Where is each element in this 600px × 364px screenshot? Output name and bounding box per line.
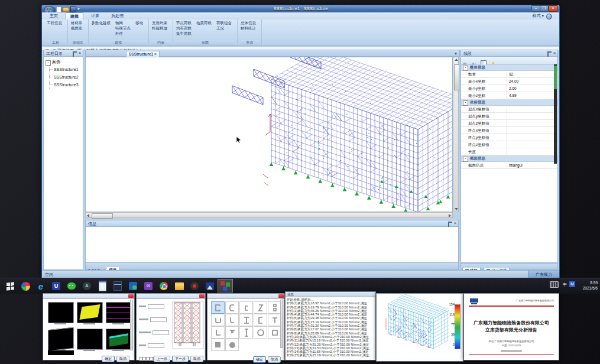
close-button[interactable]: × xyxy=(549,5,557,12)
photos-icon[interactable] xyxy=(202,279,218,293)
z-profile-section[interactable] xyxy=(254,301,267,314)
ribbon-button-轴网[interactable]: 轴网 xyxy=(114,20,132,25)
collapse-icon[interactable]: - xyxy=(463,66,468,71)
property-value[interactable] xyxy=(507,141,557,148)
c-lip-section[interactable] xyxy=(211,301,225,314)
ribbon-button-材料统计[interactable]: 材料统计 xyxy=(239,25,257,31)
section-dialog-titlebar[interactable] xyxy=(207,294,284,299)
property-value[interactable] xyxy=(507,148,557,155)
property-row[interactable]: 最小y坐标2.60 xyxy=(461,85,557,92)
wizard-field-row[interactable] xyxy=(139,301,171,311)
minimize-button[interactable]: – xyxy=(531,5,540,12)
chrome-icon[interactable] xyxy=(156,279,171,293)
tree-item-SSStructure1[interactable]: ─ SSStructure1 xyxy=(50,66,83,73)
property-grid-scroll-thumb[interactable] xyxy=(554,66,557,89)
t-top-section[interactable] xyxy=(268,314,281,326)
ribbon-button-支座约束[interactable]: 支座约束 xyxy=(151,20,168,25)
ime-mode-icon[interactable]: M xyxy=(569,281,575,287)
properties-pin-icon[interactable] xyxy=(547,51,552,57)
property-row[interactable]: 最小x坐标24.00 xyxy=(461,78,557,85)
screen-recorder-icon[interactable] xyxy=(187,279,202,293)
model-viewport[interactable] xyxy=(85,57,453,212)
property-value[interactable]: 2.60 xyxy=(507,85,557,92)
magenta-rack-thumbnail[interactable] xyxy=(48,327,74,352)
template-dialog-titlebar[interactable] xyxy=(43,294,134,299)
properties-close-icon[interactable]: × xyxy=(553,50,556,56)
property-row[interactable]: 最小z坐标4.89 xyxy=(461,92,557,99)
double-rect-section[interactable] xyxy=(268,301,281,314)
style-dropdown[interactable]: 样式 ▾ xyxy=(533,12,544,20)
info-panel-pin-icon[interactable] xyxy=(448,222,452,227)
l-angle-section[interactable] xyxy=(211,326,225,339)
wizard-field-row[interactable] xyxy=(139,340,171,350)
property-value[interactable] xyxy=(507,113,557,119)
wizard-button-上一步[interactable]: 上一步 xyxy=(154,356,170,362)
ribbon-button-均布荷载[interactable]: 均布荷载 xyxy=(175,25,193,31)
collapse-icon[interactable]: - xyxy=(46,60,51,66)
ribbon-button-杆端释放[interactable]: 杆端释放 xyxy=(151,25,168,31)
section-button-取消[interactable]: 取消 xyxy=(268,356,281,363)
tab-modeling[interactable]: 建模 xyxy=(66,12,83,20)
u-channel-section[interactable] xyxy=(211,314,225,326)
collapse-icon[interactable]: - xyxy=(463,100,468,106)
tab-postprocess[interactable]: 后处理 xyxy=(107,12,128,19)
keyboard-tray-icon[interactable] xyxy=(550,281,559,288)
ssstructure-app-icon[interactable] xyxy=(218,279,233,293)
info-panel-close-icon[interactable]: × xyxy=(454,220,456,226)
title-bar[interactable]: SSStructure1 - SSStructure – ❐ × xyxy=(42,5,559,12)
ime-indicator[interactable]: 中 xyxy=(563,282,567,288)
uc-browser-icon[interactable]: U xyxy=(48,279,64,293)
project-tree-close-icon[interactable]: × xyxy=(79,50,81,56)
vscroll-thumb[interactable] xyxy=(454,64,459,90)
truss-wireframe-thumbnail[interactable] xyxy=(77,329,103,350)
start-button-icon[interactable] xyxy=(2,279,18,293)
i-beam-section[interactable] xyxy=(239,314,253,326)
property-grid-scrollbar[interactable] xyxy=(554,64,557,164)
property-row[interactable]: 起点x坐标值 xyxy=(461,106,557,113)
l-bent-section[interactable] xyxy=(225,314,239,326)
property-value[interactable]: htiangui xyxy=(507,162,557,168)
wizard-field-row[interactable] xyxy=(139,327,171,337)
ie-browser-icon[interactable]: e xyxy=(33,279,48,293)
property-section-header[interactable]: -截面信息 xyxy=(461,155,557,162)
ribbon-button-荷载组合[interactable]: 荷载组合 xyxy=(215,20,233,25)
tree-item-SSStructure3[interactable]: ─ SSStructure3 xyxy=(50,81,83,89)
c-wave-section[interactable] xyxy=(225,301,239,314)
property-row[interactable]: 终点y坐标值 xyxy=(461,134,557,141)
ribbon-button-移动[interactable]: 移动 xyxy=(134,20,144,25)
property-value[interactable] xyxy=(507,106,557,112)
wizard-field-row[interactable] xyxy=(139,314,171,324)
ribbon-button-特殊节点[interactable]: 特殊节点 xyxy=(114,25,132,31)
android-studio-icon[interactable]: A xyxy=(79,279,95,293)
c-small-section[interactable] xyxy=(239,301,253,314)
ribbon-button-工况[interactable]: 工况 xyxy=(215,25,233,31)
scroll-left-icon[interactable] xyxy=(87,214,89,217)
tab-calculate[interactable]: 计算 xyxy=(87,12,103,19)
property-value[interactable]: 24.00 xyxy=(507,78,557,84)
property-section-header[interactable]: -整体信息 xyxy=(461,64,557,71)
section-button-确定[interactable]: 确定 xyxy=(253,356,266,363)
collapse-icon[interactable]: - xyxy=(463,157,468,162)
field-input[interactable] xyxy=(150,317,167,322)
template-button-确定[interactable]: 确定 xyxy=(102,356,115,362)
ring-section[interactable] xyxy=(254,326,267,339)
tray-clock[interactable]: 8:59 2021/5/6 xyxy=(583,280,598,291)
field-input[interactable] xyxy=(148,343,164,348)
visual-studio-icon[interactable]: ∞ xyxy=(141,279,156,293)
ribbon-button-节点荷载[interactable]: 节点荷载 xyxy=(175,20,193,25)
square-hollow-section[interactable] xyxy=(268,326,281,339)
360-safe-icon[interactable] xyxy=(18,279,33,293)
square-solid-section[interactable] xyxy=(211,339,225,351)
template-dialog-scrollbar[interactable] xyxy=(130,300,133,350)
viewport-vscrollbar[interactable] xyxy=(453,57,459,212)
tab-scroll-dropdown-icon[interactable]: ▼ xyxy=(454,52,458,56)
project-tree-pin-icon[interactable] xyxy=(73,51,77,57)
wizard-button-下一步[interactable]: 下一步 xyxy=(172,356,189,362)
green-slab-thumbnail[interactable] xyxy=(106,329,132,350)
scroll-down-icon[interactable] xyxy=(455,208,458,210)
property-row[interactable]: 起点z坐标值 xyxy=(461,120,557,127)
field-input[interactable] xyxy=(148,304,164,309)
yellow-solid-block-thumbnail[interactable] xyxy=(77,302,103,323)
ribbon-button-集中荷载[interactable]: 集中荷载 xyxy=(175,31,193,36)
tree-root[interactable]: -案例 xyxy=(46,58,83,66)
